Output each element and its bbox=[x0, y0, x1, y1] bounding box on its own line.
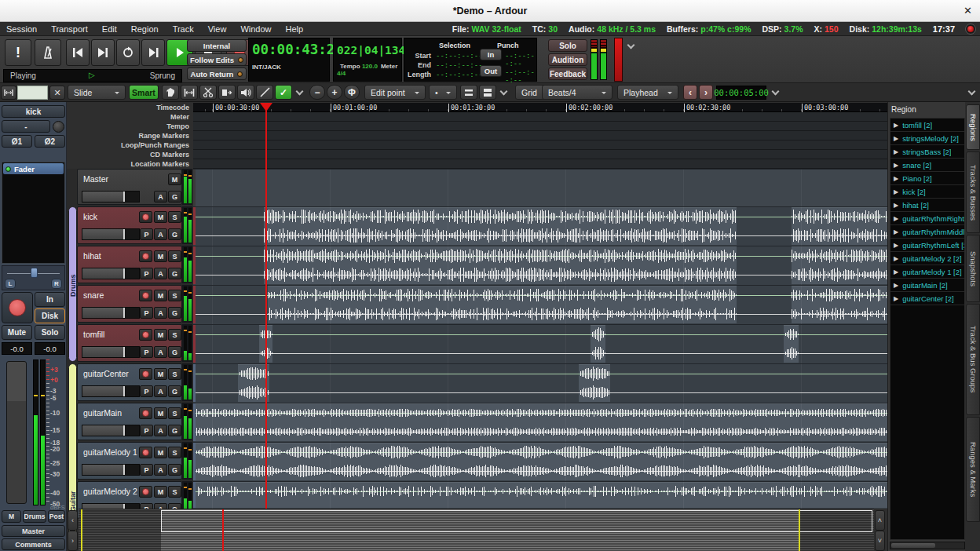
side-tab-track-bus-groups[interactable]: Track & Bus Groups bbox=[966, 304, 980, 415]
track-p-button[interactable]: P bbox=[140, 464, 153, 476]
punch-in-button[interactable]: In bbox=[480, 49, 502, 60]
region-list[interactable]: ▶tomfill [2]▶stringsMelody [2]▶stringsBa… bbox=[890, 118, 965, 540]
region-list-scrollbar[interactable] bbox=[890, 542, 965, 549]
track-p-button[interactable]: P bbox=[140, 385, 153, 397]
track-p-button[interactable]: P bbox=[140, 346, 153, 358]
track-p-button[interactable]: P bbox=[140, 307, 153, 319]
ruler-label-range-markers[interactable]: Range Markers bbox=[67, 131, 193, 140]
scrollbar-handle[interactable] bbox=[891, 543, 935, 548]
expand-triangle-icon[interactable]: ▶ bbox=[894, 268, 898, 276]
summary-scroll-left-button[interactable]: ‹ bbox=[68, 510, 78, 531]
trim-knob[interactable] bbox=[53, 121, 64, 133]
session-summary[interactable] bbox=[79, 509, 874, 551]
ruler-label-meter[interactable]: Meter bbox=[67, 112, 193, 122]
region-list-item[interactable]: ▶guitarRhythmRight [2] bbox=[890, 212, 964, 225]
side-tab-regions[interactable]: Regions bbox=[966, 104, 980, 150]
phase-2-button[interactable]: Ø2 bbox=[35, 135, 65, 148]
track-header-guitarcenter[interactable]: guitarCenterMSPAG bbox=[77, 363, 182, 401]
ruler-label-loop-punch-ranges[interactable]: Loop/Punch Ranges bbox=[67, 140, 193, 150]
track-fader[interactable] bbox=[82, 464, 140, 476]
track-a-button[interactable]: A bbox=[154, 346, 167, 358]
track-g-button[interactable]: G bbox=[168, 425, 181, 436]
region-list-item[interactable]: ▶stringsMelody [2] bbox=[890, 132, 964, 145]
record-enable-button[interactable] bbox=[139, 368, 152, 380]
track-m-button[interactable]: M bbox=[154, 290, 167, 301]
track-fader[interactable] bbox=[82, 307, 140, 319]
region-list-item[interactable]: ▶guitarRhythmMiddle [2] bbox=[890, 225, 964, 239]
track-s-button[interactable]: S bbox=[168, 290, 181, 301]
mute-button[interactable]: Mute bbox=[2, 325, 32, 340]
error-log-button[interactable] bbox=[966, 24, 975, 34]
expand-triangle-icon[interactable]: ▶ bbox=[894, 282, 898, 289]
ruler-row-location-markers[interactable] bbox=[193, 159, 887, 169]
track-g-button[interactable]: G bbox=[168, 268, 181, 279]
track-g-button[interactable]: G bbox=[168, 228, 181, 240]
menu-track[interactable]: Track bbox=[173, 24, 194, 34]
expand-triangle-icon[interactable]: ▶ bbox=[894, 242, 898, 249]
track-m-button[interactable]: M bbox=[154, 368, 167, 380]
solo-button[interactable]: Solo bbox=[548, 39, 587, 52]
track-s-button[interactable]: S bbox=[168, 329, 181, 341]
playhead-dropdown[interactable]: Playhead bbox=[617, 85, 678, 100]
track-a-button[interactable]: A bbox=[154, 228, 167, 240]
midi-panic-button[interactable]: ! bbox=[5, 39, 31, 66]
pan-control[interactable]: L R bbox=[2, 265, 65, 290]
ruler-label-tempo[interactable]: Tempo bbox=[67, 122, 193, 131]
track-m-button[interactable]: M bbox=[154, 447, 167, 458]
menu-session[interactable]: Session bbox=[6, 24, 37, 34]
ruler-label-cd-markers[interactable]: CD Markers bbox=[67, 150, 193, 159]
play-range-button[interactable] bbox=[141, 39, 165, 66]
track-header-kick[interactable]: kickMSPAG bbox=[77, 206, 182, 244]
expand-triangle-icon[interactable]: ▶ bbox=[894, 135, 898, 142]
track-s-button[interactable]: S bbox=[168, 407, 181, 419]
summary-scroll-right-button[interactable]: › bbox=[68, 531, 78, 551]
record-enable-button[interactable] bbox=[139, 211, 152, 223]
menu-transport[interactable]: Transport bbox=[51, 24, 88, 34]
summary-view-rect[interactable] bbox=[161, 510, 872, 532]
region-list-item[interactable]: ▶guitarMelody 1 [2] bbox=[890, 265, 964, 279]
track-header-master[interactable]: MasterMAG bbox=[77, 169, 182, 205]
expand-triangle-icon[interactable]: ▶ bbox=[894, 295, 898, 302]
track-fader[interactable] bbox=[82, 268, 140, 279]
record-enable-button[interactable] bbox=[139, 407, 152, 419]
region-list-item[interactable]: ▶hihat [2] bbox=[890, 199, 964, 212]
post-tab[interactable]: Post bbox=[48, 510, 65, 523]
track-g-button[interactable]: G bbox=[168, 307, 181, 319]
region-list-item[interactable]: ▶guitarMelody 2 [2] bbox=[890, 252, 964, 265]
waveform-canvas[interactable] bbox=[193, 169, 887, 509]
summary-scroll-down-button[interactable]: ˅ bbox=[875, 531, 885, 551]
record-enable-button[interactable] bbox=[139, 486, 152, 498]
expand-triangle-icon[interactable]: ▶ bbox=[894, 122, 898, 129]
record-enable-button[interactable] bbox=[139, 250, 152, 262]
track-a-button[interactable]: A bbox=[154, 464, 167, 476]
side-tab-snapshots[interactable]: Snapshots bbox=[966, 235, 980, 302]
region-list-item[interactable]: ▶guitarMain [2] bbox=[890, 279, 964, 292]
track-a-button[interactable]: A bbox=[154, 385, 167, 397]
track-a-button[interactable]: A bbox=[154, 191, 167, 203]
menu-window[interactable]: Window bbox=[240, 24, 271, 34]
auto-return-toggle[interactable]: Auto Return bbox=[187, 68, 247, 80]
nudge-back-button[interactable]: ‹ bbox=[683, 85, 697, 100]
solo-button[interactable]: Solo bbox=[35, 325, 65, 340]
track-s-button[interactable]: S bbox=[168, 447, 181, 458]
processor-fader-entry[interactable]: Fader bbox=[3, 163, 64, 174]
track-header-guitarmelody-1[interactable]: guitarMelody 1MSPAG bbox=[77, 442, 182, 480]
processor-box[interactable]: Fader bbox=[2, 162, 65, 264]
region-list-item[interactable]: ▶tomfill [2] bbox=[890, 119, 964, 132]
region-list-item[interactable]: ▶guitarCenter [2] bbox=[890, 292, 964, 305]
ruler-row-loop-punch-ranges[interactable] bbox=[193, 140, 887, 150]
ruler-row-meter[interactable] bbox=[193, 112, 887, 122]
side-tab-tracks-busses[interactable]: Tracks & Busses bbox=[966, 151, 980, 233]
track-header-tomfill[interactable]: tomfillMSPAG bbox=[77, 324, 182, 362]
ruler-row-cd-markers[interactable] bbox=[193, 150, 887, 159]
track-fader[interactable] bbox=[82, 191, 140, 203]
expand-triangle-icon[interactable]: ▶ bbox=[894, 255, 898, 262]
track-fader[interactable] bbox=[82, 346, 140, 358]
monitor-input-button[interactable]: In bbox=[35, 292, 65, 307]
nudge-forward-button[interactable]: › bbox=[699, 85, 713, 100]
track-m-button[interactable]: M bbox=[154, 329, 167, 341]
track-g-button[interactable]: G bbox=[168, 385, 181, 397]
track-fader[interactable] bbox=[82, 385, 140, 397]
group-strip-drums[interactable]: Drums bbox=[68, 206, 77, 362]
loop-button[interactable] bbox=[116, 39, 140, 66]
